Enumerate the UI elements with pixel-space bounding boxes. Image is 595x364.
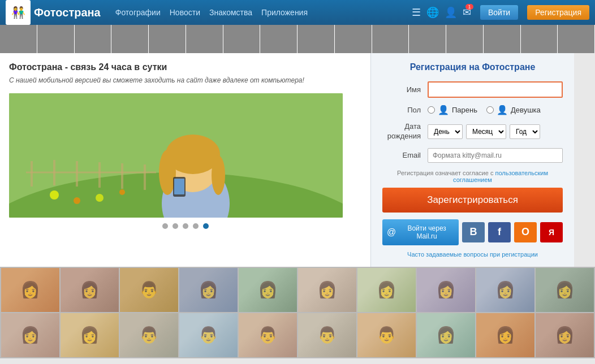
nav-apps[interactable]: Приложения	[261, 8, 308, 17]
slideshow-dots	[9, 223, 361, 229]
email-input[interactable]	[428, 148, 563, 163]
name-row: Имя	[382, 81, 563, 98]
gender-row: Пол 👤 Парень 👤 Девушка	[382, 105, 563, 115]
dot-1[interactable]	[162, 223, 168, 229]
faq-link[interactable]: Часто задаваемые вопросы при регистрации	[382, 251, 563, 258]
dob-label: Дата рождения	[382, 122, 428, 141]
svg-point-11	[96, 194, 104, 202]
photo-cell-1-2[interactable]: 👩	[61, 268, 119, 312]
register-button[interactable]: Регистрация	[527, 5, 589, 20]
photo-cell-1-9[interactable]: 👩	[476, 268, 534, 312]
promo-subtitle: С нашей мобильной версией вы сможете зах…	[9, 76, 361, 85]
photo-cell-1-7[interactable]: 👩	[357, 268, 416, 312]
male-icon: 👤	[438, 105, 449, 115]
photo-cell-2-1[interactable]: 👩	[1, 313, 59, 357]
strip-photo-8	[260, 25, 298, 53]
photo-cell-1-4[interactable]: 👩	[179, 268, 238, 312]
svg-point-12	[119, 189, 125, 195]
photo-cell-1-1[interactable]: 👩	[1, 268, 59, 312]
male-option[interactable]: 👤 Парень	[428, 105, 477, 115]
dob-year-select[interactable]: Год	[510, 124, 540, 139]
logo-text: Фотострана	[34, 6, 101, 19]
dot-2[interactable]	[173, 223, 178, 229]
header-icons: ☰ 🌐 👤 ✉ 1	[412, 6, 471, 19]
photo-cell-1-10[interactable]: 👩	[536, 268, 594, 312]
male-radio[interactable]	[428, 106, 435, 114]
dob-month-select[interactable]: Месяц	[466, 124, 506, 139]
email-label: Email	[382, 151, 428, 159]
photo-cell-2-6[interactable]: 👨	[298, 313, 356, 357]
login-button[interactable]: Войти	[480, 5, 518, 20]
female-label: Девушка	[511, 106, 541, 114]
photo-cell-2-9[interactable]: 👩	[476, 313, 534, 357]
gender-label: Пол	[382, 106, 428, 114]
mail-icon[interactable]: ✉ 1	[463, 6, 471, 19]
gender-options: 👤 Парень 👤 Девушка	[428, 105, 541, 115]
dot-4[interactable]	[193, 223, 199, 229]
nav-photos[interactable]: Фотографии	[115, 8, 161, 17]
mail-login-button[interactable]: @ Войти через Mail.ru	[382, 219, 459, 245]
dob-day-select[interactable]: День	[428, 124, 463, 139]
dob-selects: День Месяц Год	[428, 124, 540, 139]
photo-cell-2-10[interactable]: 👩	[536, 313, 594, 357]
fb-login-button[interactable]: f	[488, 222, 511, 242]
photo-cell-1-8[interactable]: 👩	[417, 268, 475, 312]
promo-title: Фотострана - связь 24 часа в сутки	[9, 62, 361, 72]
vk-login-button[interactable]: В	[462, 222, 485, 242]
strip-photo-11	[372, 25, 409, 53]
strip-photo-7	[223, 25, 261, 53]
social-login: @ Войти через Mail.ru В f О Я	[382, 219, 563, 245]
name-input[interactable]	[428, 81, 563, 98]
email-row: Email	[382, 148, 563, 163]
photo-cell-2-4[interactable]: 👨	[179, 313, 238, 357]
photo-cell-2-3[interactable]: 👨	[120, 313, 178, 357]
dot-3[interactable]	[183, 223, 188, 229]
left-panel: Фотострана - связь 24 часа в сутки С наш…	[0, 53, 370, 267]
registration-panel: Регистрация на Фотостране Имя Пол 👤 Паре…	[370, 53, 574, 267]
photo-row-1: 👩 👩 👨 👩 👩 👩 👩 👩 👩 👩	[1, 268, 594, 312]
strip-photo-3	[75, 25, 112, 53]
bottom-photo-grid: 👩 👩 👨 👩 👩 👩 👩 👩 👩 👩 👩 👩 👨 👨 👨 👨 👨 👩 👩 👩	[0, 267, 595, 358]
mail-at-icon: @	[387, 227, 396, 237]
female-option[interactable]: 👤 Девушка	[486, 105, 541, 115]
strip-photo-14	[484, 25, 521, 53]
strip-photo-10	[335, 25, 372, 53]
messages-icon[interactable]: ☰	[412, 6, 421, 19]
strip-photo-9	[298, 25, 335, 53]
photo-cell-2-2[interactable]: 👩	[61, 313, 119, 357]
nav-news[interactable]: Новости	[170, 8, 200, 17]
photo-cell-1-6[interactable]: 👩	[298, 268, 356, 312]
ya-login-button[interactable]: Я	[540, 222, 563, 242]
photo-cell-2-7[interactable]: 👨	[357, 313, 416, 357]
photo-cell-2-5[interactable]: 👨	[239, 313, 297, 357]
strip-photo-15	[521, 25, 558, 53]
strip-photo-12	[409, 25, 446, 53]
top-photo-strip	[0, 25, 595, 53]
users-icon[interactable]: 👤	[445, 6, 457, 19]
logo-area: 👫 Фотострана	[6, 0, 101, 25]
logo-icon: 👫	[6, 0, 31, 25]
photo-cell-1-3[interactable]: 👨	[120, 268, 178, 312]
photo-cell-1-5[interactable]: 👩	[239, 268, 297, 312]
globe-icon[interactable]: 🌐	[426, 6, 439, 19]
female-radio[interactable]	[486, 106, 494, 114]
reg-title: Регистрация на Фотостране	[382, 62, 563, 72]
photo-row-2: 👩 👩 👨 👨 👨 👨 👨 👩 👩 👩	[1, 313, 594, 357]
strip-photo-1	[0, 25, 37, 53]
photo-cell-2-8[interactable]: 👩	[417, 313, 475, 357]
strip-photo-4	[111, 25, 149, 53]
female-icon: 👤	[497, 105, 508, 115]
strip-photo-6	[186, 25, 223, 53]
slideshow	[9, 93, 343, 218]
ok-login-button[interactable]: О	[514, 222, 537, 242]
dot-5[interactable]	[203, 223, 209, 229]
name-label: Имя	[382, 85, 428, 94]
terms-text: Регистрация означает согласие с пользова…	[382, 170, 563, 183]
strip-photo-16	[558, 25, 595, 53]
svg-point-10	[74, 197, 80, 204]
submit-button[interactable]: Зарегистрироваться	[382, 188, 563, 213]
nav-dating[interactable]: Знакомства	[209, 8, 252, 17]
strip-photo-13	[446, 25, 484, 53]
dob-row: Дата рождения День Месяц Год	[382, 122, 563, 141]
male-label: Парень	[452, 106, 477, 114]
